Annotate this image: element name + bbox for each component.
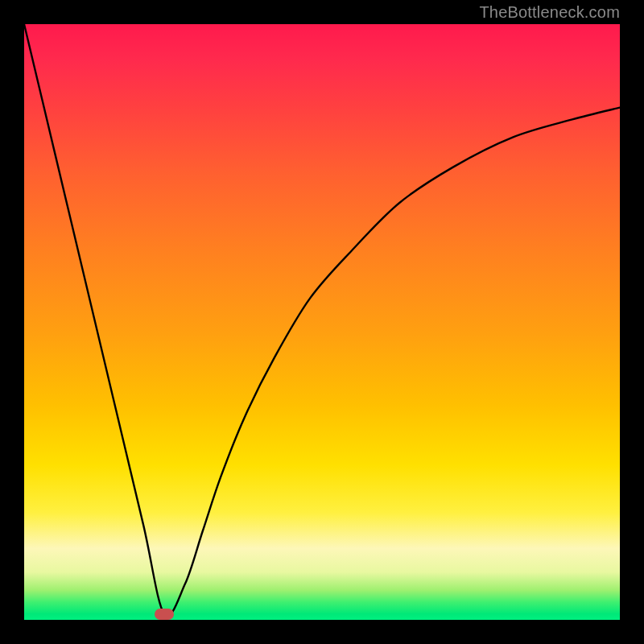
min-marker [155, 609, 174, 620]
curve-path [24, 24, 620, 616]
chart-frame: TheBottleneck.com [0, 0, 644, 644]
plot-area [24, 24, 620, 620]
watermark-text: TheBottleneck.com [479, 3, 620, 22]
bottleneck-curve [24, 24, 620, 620]
